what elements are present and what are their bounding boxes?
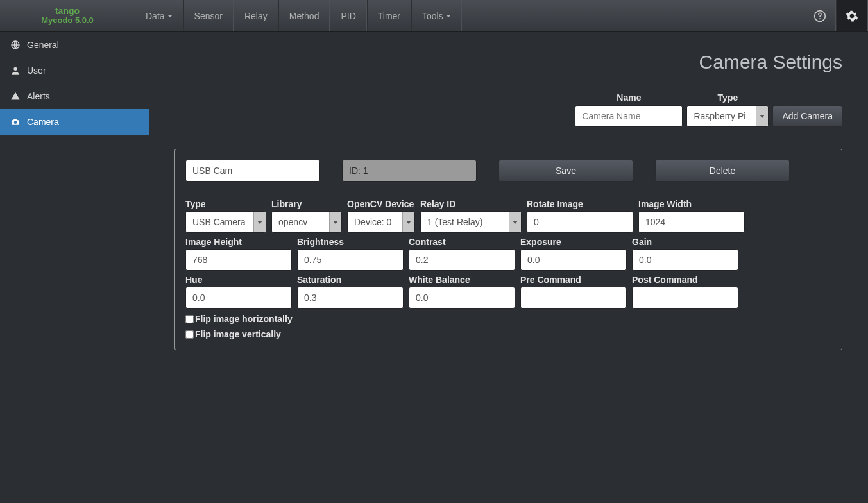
field-img_height: Image Height (185, 237, 292, 271)
nav-item-label: Tools (422, 11, 443, 21)
nav-item-sensor[interactable]: Sensor (183, 0, 234, 31)
add-name-field: Name (575, 92, 683, 127)
field-rotate: Rotate Image (527, 199, 633, 233)
field-row-2: Image HeightBrightnessContrastExposureGa… (185, 237, 831, 271)
field-brightness-input[interactable] (297, 249, 404, 271)
field-type: TypeUSB Camera (185, 199, 266, 233)
flip-h-row: Flip image horizontally (185, 314, 831, 324)
field-pre_command: Pre Command (520, 275, 627, 309)
nav-item-tools[interactable]: Tools (411, 0, 462, 31)
page-title: Camera Settings (174, 51, 842, 73)
caret-down-icon (446, 15, 451, 17)
field-saturation: Saturation (297, 275, 404, 309)
help-button[interactable] (804, 0, 836, 31)
field-white_balance-label: White Balance (409, 275, 515, 285)
caret-down-icon (167, 15, 173, 17)
field-exposure: Exposure (520, 237, 627, 271)
flip-v-row: Flip image vertically (185, 329, 831, 339)
field-img_height-label: Image Height (185, 237, 292, 247)
add-camera-button[interactable]: Add Camera (772, 105, 842, 127)
panel-divider (185, 191, 831, 191)
add-camera-row: Name Type Raspberry Pi Add Camera (174, 92, 842, 127)
field-library-label: Library (271, 199, 342, 209)
sidebar-item-user[interactable]: User (0, 58, 149, 83)
field-gain-input[interactable] (632, 249, 738, 271)
nav-item-label: Timer (378, 11, 400, 21)
field-relay_id-select[interactable]: 1 (Test Relay) (420, 211, 522, 233)
field-opencv_device: OpenCV DeviceDevice: 0 (347, 199, 415, 233)
nav-item-data[interactable]: Data (135, 0, 183, 31)
field-row-3: HueSaturationWhite BalancePre CommandPos… (185, 275, 831, 309)
main-content: Camera Settings Name Type Raspberry Pi A… (149, 32, 868, 370)
settings-button[interactable] (836, 0, 868, 31)
nav-item-label: Relay (244, 11, 268, 21)
field-saturation-input[interactable] (297, 287, 404, 309)
add-type-label: Type (686, 92, 769, 103)
field-img_width-label: Image Width (638, 199, 745, 209)
field-img_height-input[interactable] (185, 249, 292, 271)
nav-item-label: Method (289, 11, 319, 21)
brand-version: Mycodo 5.0.0 (41, 16, 94, 25)
brand: tango Mycodo 5.0.0 (0, 0, 135, 31)
field-library: Libraryopencv (271, 199, 342, 233)
field-opencv_device-select[interactable]: Device: 0 (347, 211, 415, 233)
field-post_command-label: Post Command (632, 275, 738, 285)
nav-item-relay[interactable]: Relay (234, 0, 278, 31)
field-relay_id-label: Relay ID (420, 199, 522, 209)
add-type-select[interactable]: Raspberry Pi (686, 105, 769, 127)
field-hue-label: Hue (185, 275, 292, 285)
add-name-label: Name (575, 92, 683, 103)
svg-point-3 (13, 67, 17, 71)
svg-point-1 (819, 18, 821, 19)
field-type-select[interactable]: USB Camera (185, 211, 266, 233)
field-gain-label: Gain (632, 237, 738, 247)
field-saturation-label: Saturation (297, 275, 404, 285)
camera-icon (10, 117, 21, 127)
user-icon (10, 65, 21, 76)
field-relay_id: Relay ID1 (Test Relay) (420, 199, 522, 233)
field-exposure-input[interactable] (520, 249, 627, 271)
top-navbar: tango Mycodo 5.0.0 DataSensorRelayMethod… (0, 0, 868, 32)
field-post_command: Post Command (632, 275, 738, 309)
sidebar-item-alerts[interactable]: Alerts (0, 83, 149, 109)
sidebar-item-label: General (27, 40, 59, 50)
flip-h-checkbox[interactable] (185, 315, 194, 323)
nav-item-method[interactable]: Method (278, 0, 330, 31)
field-white_balance-input[interactable] (409, 287, 515, 309)
add-name-input[interactable] (575, 105, 683, 127)
camera-name-input[interactable] (185, 160, 320, 182)
field-img_width-input[interactable] (638, 211, 745, 233)
alert-icon (10, 91, 21, 101)
nav-item-timer[interactable]: Timer (367, 0, 411, 31)
field-rotate-label: Rotate Image (527, 199, 633, 209)
nav-item-pid[interactable]: PID (330, 0, 366, 31)
field-contrast-label: Contrast (409, 237, 515, 247)
field-rotate-input[interactable] (527, 211, 633, 233)
brand-hostname: tango (55, 6, 80, 16)
field-opencv_device-label: OpenCV Device (347, 199, 415, 209)
flip-v-checkbox[interactable] (185, 330, 194, 339)
svg-point-4 (14, 121, 17, 124)
nav-item-label: Data (146, 11, 165, 21)
field-library-select[interactable]: opencv (271, 211, 342, 233)
field-white_balance: White Balance (409, 275, 515, 309)
delete-button[interactable]: Delete (655, 160, 790, 182)
field-hue-input[interactable] (185, 287, 292, 309)
field-gain: Gain (632, 237, 738, 271)
sidebar-item-general[interactable]: General (0, 32, 149, 58)
camera-panel: Save Delete TypeUSB CameraLibraryopencvO… (174, 149, 842, 350)
field-pre_command-input[interactable] (520, 287, 627, 309)
flip-v-label: Flip image vertically (195, 329, 281, 339)
help-icon (813, 10, 826, 22)
globe-icon (10, 40, 21, 50)
field-post_command-input[interactable] (632, 287, 738, 309)
field-contrast-input[interactable] (409, 249, 515, 271)
camera-id-display (342, 160, 477, 182)
save-button[interactable]: Save (498, 160, 633, 182)
sidebar-item-label: Alerts (27, 91, 50, 101)
field-brightness-label: Brightness (297, 237, 404, 247)
nav-item-label: Sensor (194, 11, 223, 21)
flip-h-label: Flip image horizontally (195, 314, 293, 324)
field-pre_command-label: Pre Command (520, 275, 627, 285)
sidebar-item-camera[interactable]: Camera (0, 109, 149, 135)
